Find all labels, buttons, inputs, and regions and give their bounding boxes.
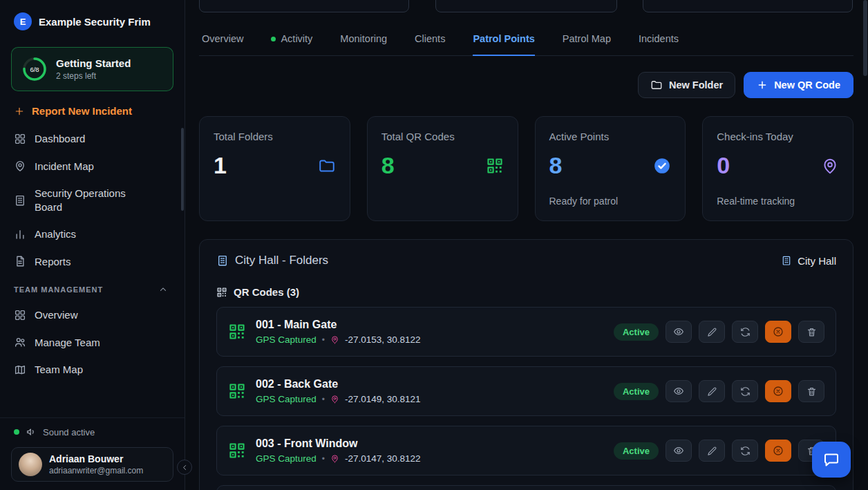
sidebar-item-reports[interactable]: Reports <box>0 248 185 276</box>
coordinates: -27.0153, 30.8122 <box>345 334 421 345</box>
edit-button[interactable] <box>699 321 725 343</box>
sidebar-scrollbar[interactable] <box>181 128 184 211</box>
regenerate-button[interactable] <box>732 380 758 402</box>
deactivate-button[interactable] <box>765 321 791 343</box>
avatar <box>19 453 42 476</box>
speaker-icon <box>26 426 37 437</box>
qr-row: 003 - Front Window GPS Captured -27.0147… <box>216 426 836 475</box>
pencil-icon <box>707 386 717 397</box>
dot-separator <box>322 394 325 404</box>
stat-card-active-points: Active Points 8 Ready for patrol <box>535 116 686 221</box>
delete-button[interactable] <box>798 380 824 402</box>
view-button[interactable] <box>666 380 692 402</box>
team-management-section-header[interactable]: TEAM MANAGEMENT <box>0 275 185 301</box>
pencil-icon <box>707 327 717 337</box>
sidebar-item-team-overview[interactable]: Overview <box>0 301 185 329</box>
sidebar-item-label: Incident Map <box>35 160 94 173</box>
x-circle-icon <box>773 386 784 397</box>
sidebar-item-label: Reports <box>35 255 71 269</box>
eye-icon <box>673 445 684 456</box>
qr-code-icon <box>486 157 504 175</box>
gps-status: GPS Captured <box>256 394 317 404</box>
qr-code-icon <box>216 287 227 298</box>
report-new-incident-label: Report New Incident <box>32 105 132 117</box>
new-qr-code-button[interactable]: New QR Code <box>744 72 853 98</box>
deactivate-button[interactable] <box>765 440 791 462</box>
chevron-left-icon <box>180 463 189 472</box>
location-pin-icon <box>330 395 339 404</box>
qr-point-title: 003 - Front Window <box>256 437 421 450</box>
sound-status-toggle[interactable]: Sound active <box>0 418 185 443</box>
stat-card-total-folders: Total Folders 1 <box>199 116 350 221</box>
eye-icon <box>673 386 684 397</box>
tab-clients[interactable]: Clients <box>415 33 445 55</box>
edit-button[interactable] <box>699 440 725 462</box>
sidebar-item-label: Security Operations Board <box>35 187 152 214</box>
report-new-incident-button[interactable]: Report New Incident <box>0 95 185 125</box>
gps-status: GPS Captured <box>256 334 317 345</box>
folders-panel: City Hall - Folders City Hall QR Codes (… <box>199 239 853 490</box>
regenerate-button[interactable] <box>732 440 758 462</box>
sidebar-item-security-operations-board[interactable]: Security Operations Board <box>0 180 185 220</box>
sidebar-collapse-button[interactable] <box>177 460 192 475</box>
stat-subtitle: Ready for patrol <box>549 196 672 207</box>
tab-patrol-map[interactable]: Patrol Map <box>563 33 611 55</box>
tab-incidents[interactable]: Incidents <box>639 33 679 55</box>
tab-patrol-points[interactable]: Patrol Points <box>473 33 534 56</box>
check-circle-icon <box>653 157 671 175</box>
page-scrollbar[interactable] <box>863 0 867 490</box>
top-peek-card <box>643 0 853 12</box>
stat-value: 8 <box>549 152 563 179</box>
sidebar-item-dashboard[interactable]: Dashboard <box>0 125 185 153</box>
refresh-icon <box>740 327 751 337</box>
qr-row: 002 - Back Gate GPS Captured -27.0149, 3… <box>216 366 836 416</box>
user-profile-card[interactable]: Adriaan Bouwer adriaanwriter@gmail.com <box>11 447 173 482</box>
sidebar-item-label: Manage Team <box>35 336 100 350</box>
brand: E Example Security Frim <box>0 0 185 40</box>
edit-button[interactable] <box>699 380 725 402</box>
location-pin-icon <box>821 157 839 175</box>
grid-icon <box>14 133 26 145</box>
qr-code-icon <box>228 323 246 341</box>
stat-subtitle: Real-time tracking <box>717 196 839 207</box>
sidebar-item-analytics[interactable]: Analytics <box>0 220 185 248</box>
qr-point-title: 002 - Back Gate <box>256 378 421 390</box>
coordinates: -27.0147, 30.8122 <box>345 453 421 464</box>
chat-widget-button[interactable] <box>812 442 851 478</box>
sidebar-item-team-map[interactable]: Team Map <box>0 356 185 384</box>
qr-row-peek <box>216 485 836 490</box>
stat-card-total-qr-codes: Total QR Codes 8 <box>367 116 518 221</box>
sidebar-item-label: Dashboard <box>35 132 85 146</box>
qr-point-title: 001 - Main Gate <box>256 319 421 331</box>
status-badge: Active <box>614 323 659 341</box>
page-scrollbar-thumb[interactable] <box>863 0 867 76</box>
delete-button[interactable] <box>798 321 824 343</box>
view-button[interactable] <box>666 440 692 462</box>
tab-monitoring[interactable]: Monitoring <box>340 33 387 55</box>
progress-text: 6/8 <box>30 66 39 73</box>
building-icon <box>216 254 229 267</box>
sidebar-item-incident-map[interactable]: Incident Map <box>0 153 185 180</box>
deactivate-button[interactable] <box>765 380 791 402</box>
building-icon <box>781 255 792 266</box>
sidebar-item-manage-team[interactable]: Manage Team <box>0 329 185 357</box>
panel-location[interactable]: City Hall <box>781 255 836 267</box>
user-name: Adriaan Bouwer <box>49 453 143 464</box>
regenerate-button[interactable] <box>732 321 758 343</box>
company-name: Example Security Frim <box>39 16 151 28</box>
sidebar-nav: Dashboard Incident Map Security Operatio… <box>0 125 185 384</box>
tab-activity[interactable]: Activity <box>271 33 312 55</box>
tab-overview[interactable]: Overview <box>202 33 243 55</box>
stat-value: 0 <box>717 152 730 179</box>
user-email: adriaanwriter@gmail.com <box>49 466 143 475</box>
company-logo: E <box>14 12 32 30</box>
sidebar-item-label: Overview <box>35 308 78 322</box>
getting-started-card[interactable]: 6/8 Getting Started 2 steps left <box>11 47 173 91</box>
qr-code-icon <box>228 382 246 400</box>
document-icon <box>14 255 26 267</box>
view-button[interactable] <box>666 321 692 343</box>
team-management-label: TEAM MANAGEMENT <box>14 285 103 294</box>
getting-started-subtitle: 2 steps left <box>56 71 131 81</box>
stat-value: 8 <box>381 152 395 179</box>
new-folder-button[interactable]: New Folder <box>638 72 735 98</box>
